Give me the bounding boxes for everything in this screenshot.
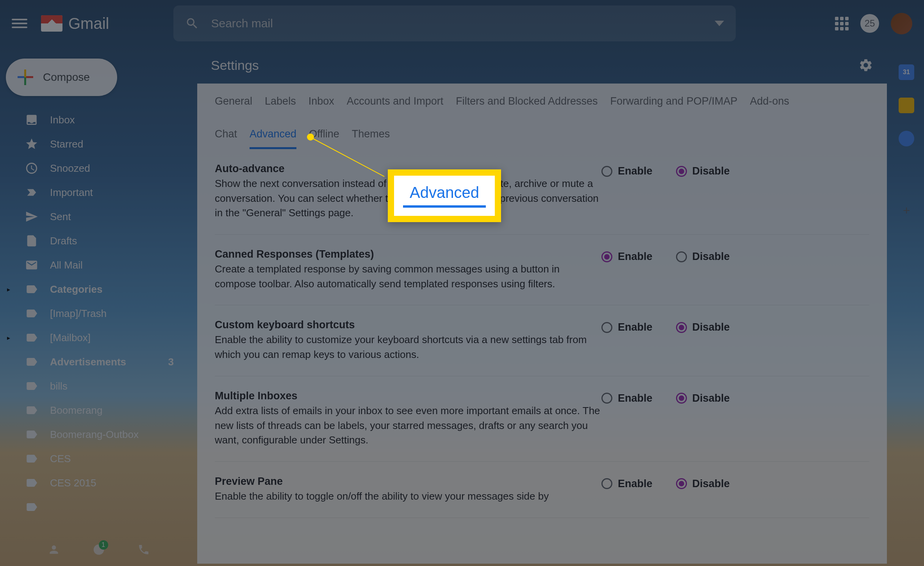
callout-highlight: Advanced — [388, 169, 501, 222]
callout-anchor-dot — [307, 133, 314, 141]
callout-text: Advanced — [403, 184, 486, 208]
